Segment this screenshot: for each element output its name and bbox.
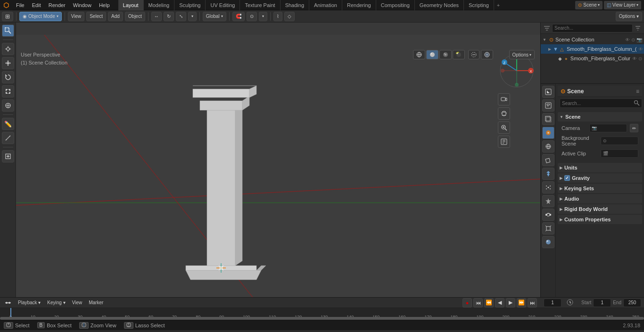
curve-button[interactable]: ⌇ bbox=[273, 12, 282, 21]
props-filter-icon[interactable]: ≡ bbox=[636, 88, 639, 95]
toggle-xray[interactable] bbox=[481, 50, 493, 59]
jump-to-end[interactable]: ⏭ bbox=[528, 298, 537, 308]
item-vis-eye-1[interactable]: 👁 bbox=[638, 47, 643, 52]
prop-tab-material[interactable] bbox=[542, 236, 554, 248]
gravity-checkbox[interactable] bbox=[564, 175, 570, 181]
menu-help[interactable]: Help bbox=[95, 0, 114, 10]
outliner-search-input[interactable] bbox=[552, 24, 633, 32]
tab-rendering[interactable]: Rendering bbox=[342, 0, 376, 10]
prop-tab-constraints[interactable] bbox=[542, 209, 554, 221]
section-gravity[interactable]: Gravity bbox=[558, 173, 642, 183]
tab-scripting[interactable]: Scripting bbox=[464, 0, 494, 10]
cursor-tool[interactable] bbox=[2, 43, 14, 55]
timeline-scrollbar-thumb[interactable] bbox=[0, 317, 644, 320]
tab-texture-paint[interactable]: Texture Paint bbox=[240, 0, 280, 10]
view-menu-tl[interactable]: View bbox=[70, 299, 84, 307]
canvas-area[interactable]: User Perspective (1) Scene Collection bbox=[16, 35, 540, 297]
section-custom-props[interactable]: Custom Properties bbox=[558, 215, 642, 224]
viewport-hand-pan[interactable] bbox=[498, 107, 510, 120]
outliner-item-column[interactable]: ▼ △ Smooth_Fiberglass_Column_( 👁 ⊙ 📷 bbox=[541, 44, 644, 54]
transform-move[interactable]: ↔ bbox=[151, 12, 162, 21]
annotate-tool[interactable]: ✏️ bbox=[2, 118, 14, 130]
section-rigid-body[interactable]: Rigid Body World bbox=[558, 204, 642, 214]
scene-selector[interactable]: ⊙ Scene ▾ bbox=[575, 1, 602, 9]
rendered-shading[interactable] bbox=[453, 50, 465, 59]
playback-menu-button[interactable]: Playback ▾ bbox=[16, 299, 42, 307]
current-frame-input[interactable]: 1 bbox=[544, 299, 561, 307]
select-tool[interactable] bbox=[2, 24, 14, 37]
snap-toggle[interactable]: 🧲 bbox=[232, 12, 245, 21]
proportional-edit[interactable]: ⊙ bbox=[247, 12, 257, 21]
outliner-filter-icon[interactable] bbox=[635, 25, 641, 32]
transform-dropdown[interactable]: ▾ bbox=[188, 12, 197, 21]
options-button[interactable]: Options ▾ bbox=[616, 12, 642, 21]
jump-to-start[interactable]: ⏮ bbox=[473, 298, 483, 308]
prop-tab-physics[interactable] bbox=[542, 195, 554, 207]
tab-compositing[interactable]: Compositing bbox=[376, 0, 415, 10]
editor-type-button[interactable]: ⊞ bbox=[2, 12, 13, 21]
marker-menu-button[interactable]: Marker bbox=[87, 299, 105, 307]
solid-shading[interactable] bbox=[426, 50, 438, 59]
camera-value[interactable]: 📷 bbox=[589, 124, 627, 132]
prop-tab-view-layer[interactable] bbox=[542, 113, 554, 125]
outliner-scene-collection[interactable]: ⊙ Scene Collection 👁 ⊙ 📷 bbox=[541, 35, 644, 44]
tab-shading[interactable]: Shading bbox=[281, 0, 309, 10]
props-search-input[interactable] bbox=[560, 98, 642, 108]
wireframe-shading[interactable] bbox=[413, 50, 425, 59]
keyframe-button[interactable]: ◇ bbox=[284, 12, 295, 21]
object-mode-dropdown[interactable]: ◉ Object Mode ▾ bbox=[19, 12, 62, 21]
add-object-tool[interactable] bbox=[2, 150, 14, 162]
timeline-ruler[interactable]: 0 10 20 30 40 50 60 70 80 90 100 110 120… bbox=[0, 308, 644, 320]
active-clip-value[interactable]: 🎬 bbox=[601, 149, 638, 158]
move-tool[interactable] bbox=[2, 57, 14, 69]
background-scene-value[interactable]: ⊙ bbox=[601, 137, 638, 145]
item-expand-1[interactable] bbox=[548, 47, 551, 51]
scene-collection-expand[interactable] bbox=[543, 37, 547, 42]
keying-menu-button[interactable]: Keying ▾ bbox=[45, 299, 67, 307]
prop-tab-output[interactable] bbox=[542, 99, 554, 112]
viewport-3d[interactable]: User Perspective (1) Scene Collection bbox=[16, 23, 540, 297]
camera-edit-btn[interactable]: ✏ bbox=[630, 124, 638, 132]
global-orientation[interactable]: Global ▾ bbox=[203, 12, 226, 21]
menu-file[interactable]: File bbox=[12, 0, 28, 10]
section-scene[interactable]: Scene bbox=[558, 112, 642, 121]
material-preview[interactable] bbox=[439, 50, 452, 59]
step-forward[interactable]: ⏩ bbox=[517, 298, 526, 308]
viewport-camera-view[interactable] bbox=[498, 93, 510, 105]
menu-window[interactable]: Window bbox=[69, 0, 95, 10]
menu-render[interactable]: Render bbox=[45, 0, 69, 10]
prop-tab-modifier[interactable] bbox=[542, 168, 554, 180]
prop-tab-scene[interactable] bbox=[542, 127, 554, 139]
add-menu-button[interactable]: Add bbox=[108, 12, 123, 21]
item-vis-cursor-2[interactable]: ⊙ bbox=[638, 56, 642, 61]
object-menu-button[interactable]: Object bbox=[125, 12, 145, 21]
transform-rotate[interactable]: ↻ bbox=[164, 12, 174, 21]
prop-tab-render[interactable] bbox=[542, 86, 554, 98]
tab-animation[interactable]: Animation bbox=[309, 0, 342, 10]
prop-tab-particles[interactable] bbox=[542, 181, 554, 194]
proportional-dropdown[interactable]: ▾ bbox=[259, 12, 267, 21]
select-menu-button[interactable]: Select bbox=[86, 12, 106, 21]
menu-edit[interactable]: Edit bbox=[28, 0, 45, 10]
selectability-icon[interactable]: ⊙ bbox=[631, 37, 635, 42]
start-frame-input[interactable] bbox=[593, 299, 611, 307]
step-back[interactable]: ⏪ bbox=[484, 298, 494, 308]
end-frame-input[interactable] bbox=[623, 299, 641, 307]
timeline-editor-type[interactable] bbox=[3, 299, 13, 307]
toggle-overlays[interactable] bbox=[468, 50, 479, 59]
outliner-item-material[interactable]: ◆ ● Smooth_Fiberglass_Colur 👁 ⊙ bbox=[541, 54, 644, 63]
play-back[interactable]: ◀ bbox=[495, 298, 504, 308]
view-menu-button[interactable]: View bbox=[68, 12, 85, 21]
add-workspace-button[interactable]: + bbox=[494, 2, 503, 8]
tab-modeling[interactable]: Modeling bbox=[144, 0, 175, 10]
item-vis-eye-2[interactable]: 👁 bbox=[632, 56, 637, 61]
record-button[interactable]: ● bbox=[462, 298, 472, 308]
transform-scale[interactable]: ⤡ bbox=[176, 12, 186, 21]
tab-sculpting[interactable]: Sculpting bbox=[174, 0, 206, 10]
viewport-options-button[interactable]: Options ▾ bbox=[509, 50, 535, 59]
visibility-icon[interactable]: 👁 bbox=[625, 37, 630, 42]
render-icon[interactable]: 📷 bbox=[636, 37, 642, 42]
prop-tab-world[interactable] bbox=[542, 140, 554, 153]
section-keying-sets[interactable]: Keying Sets bbox=[558, 184, 642, 193]
tab-geometry-nodes[interactable]: Geometry Nodes bbox=[415, 0, 464, 10]
